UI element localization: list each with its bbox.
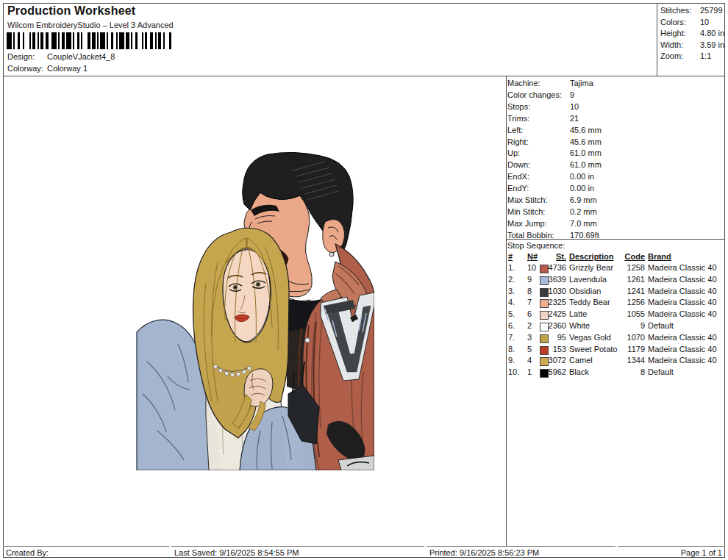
machine-info-value: 0.00 in: [570, 183, 724, 195]
man-earring: [329, 252, 334, 256]
thread-brand: Default: [648, 367, 674, 376]
thread-description: Camel: [569, 356, 593, 365]
needle-num: 8: [527, 287, 539, 295]
barcode-bar: [66, 32, 71, 49]
design-barcode: [7, 32, 171, 49]
barcode-bar: [169, 32, 171, 49]
machine-info-value: 9: [570, 90, 724, 101]
design-value: CoupleVJacket4_8: [47, 52, 115, 62]
barcode-gap: [82, 32, 88, 49]
machine-info-value: 6.9 mm: [570, 195, 724, 207]
footer-last-saved-cell: Last Saved: 9/16/2025 8:54:55 PM: [171, 546, 424, 558]
stat-value: 1:1: [700, 51, 725, 62]
thread-color-swatch: [540, 357, 549, 366]
stop-sequence-row: 5.62425Latte1055Madeira Classic 40: [506, 309, 725, 320]
thread-brand: Madeira Classic 40: [648, 287, 717, 295]
barcode-gap: [165, 32, 170, 49]
col-brand: Brand: [648, 252, 671, 261]
stop-sequence-row: 3.81030Obsidian1241Madeira Classic 40: [506, 287, 725, 298]
thread-color-swatch: [540, 323, 549, 331]
thread-code: 1258: [616, 263, 645, 272]
design-label: Design:: [7, 52, 35, 62]
thread-description: White: [569, 321, 590, 330]
machine-info-value: 10: [570, 101, 724, 113]
thread-color-swatch: [540, 311, 549, 320]
needle-num: 7: [527, 298, 539, 306]
machine-info-value: 170.69ft: [570, 230, 724, 242]
thread-color-swatch: [540, 334, 549, 343]
needle-num: 5: [527, 345, 539, 353]
stat-label: Width:: [660, 40, 700, 51]
man-jacket-button: [305, 338, 310, 343]
footer-created-by: Created By:: [6, 548, 49, 557]
stitch-count: 3639: [546, 275, 566, 284]
machine-info-value: 61.0 mm: [570, 148, 724, 159]
thread-description: Lavendula: [569, 275, 607, 284]
machine-info-value: 0.00 in: [570, 171, 724, 183]
needle-num: 3: [527, 333, 539, 342]
stitch-count: 5962: [546, 367, 566, 376]
stitch-count: 1030: [546, 287, 566, 295]
row-num: 3.: [508, 287, 526, 295]
barcode-bar: [100, 32, 105, 49]
machine-info-label: Up:: [507, 148, 570, 159]
stitch-count: 2325: [546, 298, 566, 306]
machine-info-value: 7.0 mm: [570, 218, 724, 230]
thread-description: Obsidian: [569, 287, 601, 295]
thread-brand: Default: [648, 321, 674, 330]
stitch-count: 95: [546, 333, 566, 342]
footer-last-saved: Last Saved: 9/16/2025 8:54:55 PM: [174, 548, 299, 557]
stop-sequence-row: 2.93639Lavendula1261Madeira Classic 40: [506, 275, 725, 286]
row-num: 7.: [508, 333, 526, 342]
stat-value: 3.59 in: [700, 40, 725, 51]
stitch-count: 3072: [546, 356, 566, 365]
machine-info-value: 45.6 mm: [570, 125, 724, 137]
woman-left-pupil: [235, 287, 237, 289]
stat-label: Zoom:: [660, 51, 700, 62]
thread-brand: Madeira Classic 40: [648, 275, 717, 284]
row-num: 5.: [508, 309, 526, 318]
stat-value: 10: [700, 17, 725, 29]
row-num: 9.: [508, 356, 526, 365]
footer-page-number: Page 1 of 1: [681, 548, 722, 557]
thread-brand: Madeira Classic 40: [648, 309, 717, 318]
thread-color-swatch: [540, 369, 549, 378]
thread-code: 1179: [616, 345, 645, 353]
machine-info-value: Tajima: [570, 78, 724, 90]
thread-brand: Madeira Classic 40: [648, 345, 717, 353]
stitch-count: 2360: [546, 321, 566, 330]
stitch-count: 4736: [546, 263, 566, 272]
machine-info-label: EndX:: [507, 171, 570, 183]
footer-printed-cell: Printed: 9/16/2025 8:56:23 PM: [427, 546, 615, 558]
thread-color-swatch: [540, 288, 549, 297]
stat-label: Colors:: [660, 17, 700, 29]
thread-brand: Madeira Classic 40: [648, 298, 717, 306]
needle-num: 6: [527, 309, 539, 318]
header-separator: [4, 76, 724, 76]
thread-description: Sweet Potato: [569, 345, 617, 353]
thread-color-swatch: [540, 299, 549, 308]
stop-sequence-title: Stop Sequence:: [507, 241, 565, 251]
thread-description: Vegas Gold: [569, 333, 611, 342]
stat-value: 25799: [700, 5, 725, 17]
stop-sequence-row: 10.15962Black8Default: [506, 367, 725, 378]
machine-info-label: Right:: [507, 137, 570, 148]
machine-info-label: Down:: [507, 159, 570, 171]
stop-sequence-row: 1.104736Grizzly Bear1258Madeira Classic …: [506, 263, 725, 274]
thread-description: Teddy Bear: [569, 298, 610, 306]
barcode-bar: [7, 32, 12, 49]
machine-info-label: Machine:: [507, 78, 570, 90]
stop-sequence-row: 6.22360White9Default: [506, 321, 725, 332]
needle-num: 10: [527, 263, 539, 272]
thread-code: 1344: [616, 356, 645, 365]
stat-label: Stitches:: [660, 5, 700, 17]
barcode-gap: [24, 32, 29, 49]
needle-num: 1: [527, 367, 539, 376]
machine-info-label: Total Bobbin:: [507, 230, 570, 242]
needle-num: 9: [527, 275, 539, 284]
col-code: Code: [616, 252, 645, 261]
row-num: 10.: [508, 367, 526, 376]
thread-color-swatch: [540, 265, 549, 273]
machine-info-label: Max Stitch:: [507, 195, 570, 207]
footer-printed: Printed: 9/16/2025 8:56:23 PM: [429, 548, 539, 557]
